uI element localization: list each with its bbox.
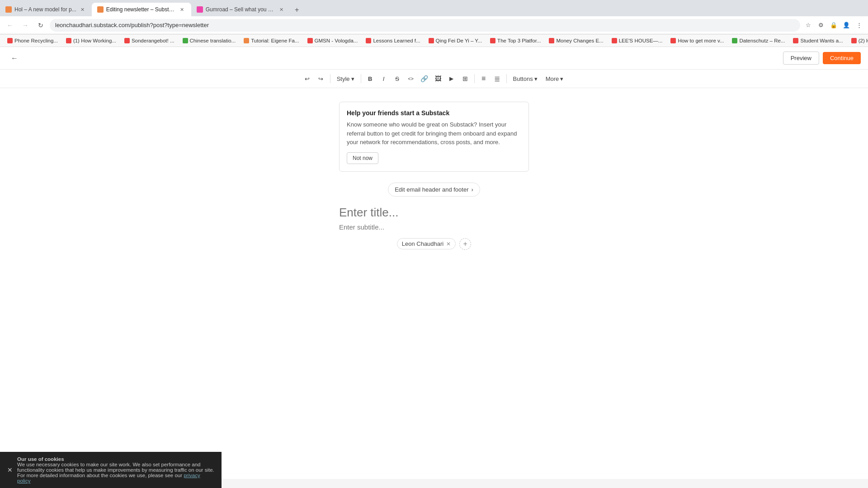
bookmark-7[interactable]: Qing Fei De Yi – Y... [425,37,486,44]
extension-icon-3[interactable]: 👤 [841,20,852,31]
toolbar: ↩ ↪ Style ▾ B I S <> 🔗 🖼 ▶ ⊞ ≡ ≣ Buttons… [0,70,868,88]
bookmark-14-favicon [851,38,857,43]
bookmark-3[interactable]: Chinese translatio... [179,37,240,44]
bookmark-9-label: Money Changes E... [556,38,603,43]
bookmark-9-favicon [549,38,554,43]
bookmark-2-favicon [124,38,130,43]
bookmark-13[interactable]: Student Wants a... [789,37,846,44]
table-button[interactable]: ⊞ [459,72,472,85]
bookmark-6[interactable]: Lessons Learned f... [362,37,424,44]
bookmark-8[interactable]: The Top 3 Platfor... [486,37,544,44]
tab-3[interactable]: Gumroad – Sell what you kno... ✕ [191,3,291,16]
bookmark-8-label: The Top 3 Platfor... [497,38,541,43]
bookmark-3-label: Chinese translatio... [190,38,236,43]
style-chevron-icon: ▾ [351,75,354,82]
not-now-button[interactable]: Not now [347,152,378,164]
continue-button[interactable]: Continue [823,52,861,64]
bookmark-11[interactable]: How to get more v... [667,37,727,44]
bookmark-star-icon[interactable]: ☆ [803,20,814,31]
reload-button[interactable]: ↻ [34,19,47,32]
referral-title: Help your friends start a Substack [347,109,521,117]
cookie-close-button[interactable]: ✕ [7,466,13,474]
buttons-label: Buttons [513,75,533,82]
extension-icon-2[interactable]: 🔒 [828,20,839,31]
bookmark-4-label: Tutorial: Eigene Fa... [251,38,299,43]
subtitle-input[interactable] [339,223,529,231]
video-button[interactable]: ▶ [445,72,458,85]
tab-2-close[interactable]: ✕ [179,6,186,13]
tab-1-close[interactable]: ✕ [79,6,86,13]
forward-nav-button[interactable]: → [19,19,32,32]
buttons-chevron-icon: ▾ [534,75,538,82]
bookmark-10-favicon [612,38,617,43]
bookmark-1-label: (1) How Working... [73,38,116,43]
author-name: Leon Chaudhari [402,240,444,247]
bookmark-14[interactable]: (2) How To Add A... [848,37,868,44]
toolbar-divider-1 [330,74,330,83]
edit-header-footer-label: Edit email header and footer [395,186,468,193]
bookmark-3-favicon [183,38,188,43]
bullet-list-button[interactable]: ≡ [477,72,490,85]
toolbar-divider-4 [506,74,507,83]
cookie-text-area: Our use of cookies We use necessary cook… [17,456,214,483]
code-button[interactable]: <> [405,72,417,85]
title-input[interactable] [339,206,529,220]
url-bar[interactable] [50,19,800,32]
redo-button[interactable]: ↪ [315,72,327,85]
bookmark-9[interactable]: Money Changes E... [545,37,607,44]
style-label: Style [337,75,350,82]
bookmark-0[interactable]: Phone Recycling... [4,37,61,44]
new-tab-button[interactable]: + [291,4,303,16]
tab-3-close[interactable]: ✕ [278,6,285,13]
browser-actions: ☆ ⚙ 🔒 👤 ⋮ [803,20,864,31]
strikethrough-button[interactable]: S [391,72,404,85]
author-remove-button[interactable]: ✕ [446,241,451,247]
link-button[interactable]: 🔗 [418,72,431,85]
bookmark-10[interactable]: LEE'S HOUSE—... [608,37,666,44]
preview-button[interactable]: Preview [783,52,819,65]
buttons-dropdown[interactable]: Buttons ▾ [509,74,541,84]
more-label: More [546,75,559,82]
bookmark-2[interactable]: Sonderangebot! ... [121,37,178,44]
bookmark-0-favicon [7,38,13,43]
tab-bar: Hol – A new model for p... ✕ Editing new… [0,0,868,16]
tab-3-title: Gumroad – Sell what you kno... [206,6,275,13]
add-author-button[interactable]: + [459,238,471,250]
extension-icon-1[interactable]: ⚙ [816,20,826,31]
menu-icon[interactable]: ⋮ [854,20,864,31]
bookmark-1[interactable]: (1) How Working... [62,37,120,44]
bookmark-6-label: Lessons Learned f... [373,38,420,43]
image-button[interactable]: 🖼 [432,72,444,85]
cookie-bar: ✕ Our use of cookies We use necessary co… [0,452,222,488]
edit-header-footer-button[interactable]: Edit email header and footer › [388,183,480,197]
italic-button[interactable]: I [377,72,390,85]
referral-description: Know someone who would be great on Subst… [347,120,521,147]
toolbar-divider-2 [361,74,361,83]
bookmark-6-favicon [366,38,371,43]
bookmark-8-favicon [490,38,495,43]
tab-3-favicon [197,6,203,13]
ordered-list-button[interactable]: ≣ [491,72,504,85]
bookmark-12[interactable]: Datenschutz – Re... [728,37,788,44]
undo-button[interactable]: ↩ [301,72,314,85]
bookmark-5-favicon [307,38,313,43]
bookmark-5[interactable]: GMSN - Vologda... [304,37,362,44]
bookmark-4[interactable]: Tutorial: Eigene Fa... [240,37,302,44]
bookmark-12-label: Datenschutz – Re... [739,38,785,43]
bookmark-1-favicon [66,38,71,43]
bookmark-4-favicon [244,38,249,43]
back-nav-button[interactable]: ← [4,19,16,32]
author-area: Leon Chaudhari ✕ + [397,238,472,250]
tab-2[interactable]: Editing newsletter – Substack ✕ [92,3,191,16]
tab-1[interactable]: Hol – A new model for p... ✕ [0,3,92,16]
author-tag: Leon Chaudhari ✕ [397,238,456,249]
tab-2-favicon [97,6,104,13]
more-dropdown[interactable]: More ▾ [542,74,567,84]
editor-area: Help your friends start a Substack Know … [0,88,868,479]
toolbar-divider-3 [474,74,475,83]
tab-1-favicon [5,6,12,13]
bold-button[interactable]: B [364,72,377,85]
style-dropdown[interactable]: Style ▾ [333,74,358,84]
back-button[interactable]: ← [7,51,22,66]
chevron-right-icon: › [471,186,473,193]
